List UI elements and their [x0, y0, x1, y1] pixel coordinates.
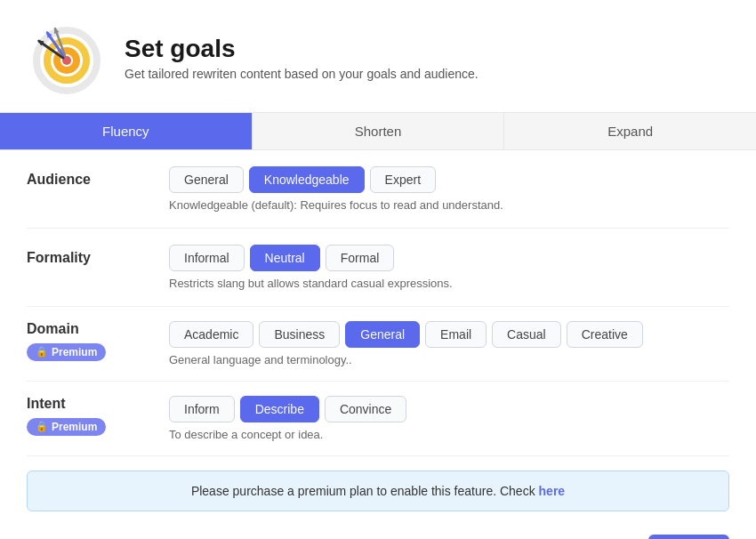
audience-label: Audience: [27, 166, 169, 188]
premium-notice-text: Please purchase a premium plan to enable…: [191, 484, 535, 498]
domain-casual[interactable]: Casual: [492, 321, 561, 348]
page-subtitle: Get tailored rewriten content based on y…: [125, 67, 479, 81]
audience-knowledgeable[interactable]: Knowledgeable: [249, 166, 365, 193]
save-button[interactable]: Save: [648, 535, 729, 539]
intent-premium-label: Premium: [52, 421, 97, 433]
domain-creative[interactable]: Creative: [567, 321, 643, 348]
domain-email[interactable]: Email: [425, 321, 487, 348]
audience-content: General Knowledgeable Expert Knowledgeab…: [169, 166, 729, 212]
intent-row: Intent 🔒 Premium Inform Describe Convinc…: [27, 382, 729, 456]
formality-neutral[interactable]: Neutral: [250, 245, 320, 271]
domain-general[interactable]: General: [345, 321, 420, 348]
formality-description: Restricts slang but allows standard casu…: [169, 277, 729, 290]
domain-row: Domain 🔒 Premium Academic Business Gener…: [27, 307, 729, 382]
formality-row: Formality Informal Neutral Formal Restri…: [27, 229, 729, 307]
intent-premium-badge: 🔒 Premium: [27, 418, 106, 436]
intent-label: Intent: [27, 396, 169, 412]
tab-expand[interactable]: Expand: [504, 113, 756, 149]
logo: [27, 18, 107, 98]
domain-premium-badge: 🔒 Premium: [27, 343, 106, 361]
header-text: Set goals Get tailored rewriten content …: [125, 35, 479, 81]
domain-premium-label: Premium: [52, 346, 97, 358]
audience-row: Audience General Knowledgeable Expert Kn…: [27, 150, 729, 229]
tab-bar: Fluency Shorten Expand: [0, 113, 756, 150]
audience-description: Knowledgeable (default): Requires focus …: [169, 198, 729, 212]
intent-content: Inform Describe Convince To describe a c…: [169, 396, 729, 441]
main-content: Audience General Knowledgeable Expert Kn…: [0, 150, 756, 511]
header: Set goals Get tailored rewriten content …: [0, 0, 756, 113]
lock-icon-2: 🔒: [36, 421, 48, 432]
intent-label-area: Intent 🔒 Premium: [27, 396, 169, 436]
audience-general[interactable]: General: [169, 166, 244, 193]
intent-options: Inform Describe Convince: [169, 396, 729, 422]
domain-description: General language and terminology..: [169, 353, 729, 366]
tab-fluency[interactable]: Fluency: [0, 113, 253, 149]
domain-academic[interactable]: Academic: [169, 321, 253, 348]
formality-content: Informal Neutral Formal Restricts slang …: [169, 245, 729, 290]
audience-options: General Knowledgeable Expert: [169, 166, 729, 193]
formality-label: Formality: [27, 245, 169, 266]
page-title: Set goals: [125, 35, 479, 63]
domain-content: Academic Business General Email Casual C…: [169, 321, 729, 366]
formality-formal[interactable]: Formal: [326, 245, 395, 271]
domain-label: Domain: [27, 321, 169, 337]
domain-label-area: Domain 🔒 Premium: [27, 321, 169, 361]
intent-inform[interactable]: Inform: [169, 396, 235, 422]
intent-describe[interactable]: Describe: [240, 396, 319, 422]
footer: Save: [0, 526, 756, 539]
audience-expert[interactable]: Expert: [370, 166, 436, 193]
intent-convince[interactable]: Convince: [325, 396, 406, 422]
formality-informal[interactable]: Informal: [169, 245, 245, 271]
premium-notice-link[interactable]: here: [539, 484, 566, 498]
domain-options: Academic Business General Email Casual C…: [169, 321, 729, 348]
tab-shorten[interactable]: Shorten: [253, 113, 505, 149]
intent-description: To describe a concept or idea.: [169, 428, 729, 441]
domain-business[interactable]: Business: [259, 321, 340, 348]
premium-notice: Please purchase a premium plan to enable…: [27, 471, 729, 511]
formality-options: Informal Neutral Formal: [169, 245, 729, 271]
lock-icon: 🔒: [36, 346, 48, 358]
